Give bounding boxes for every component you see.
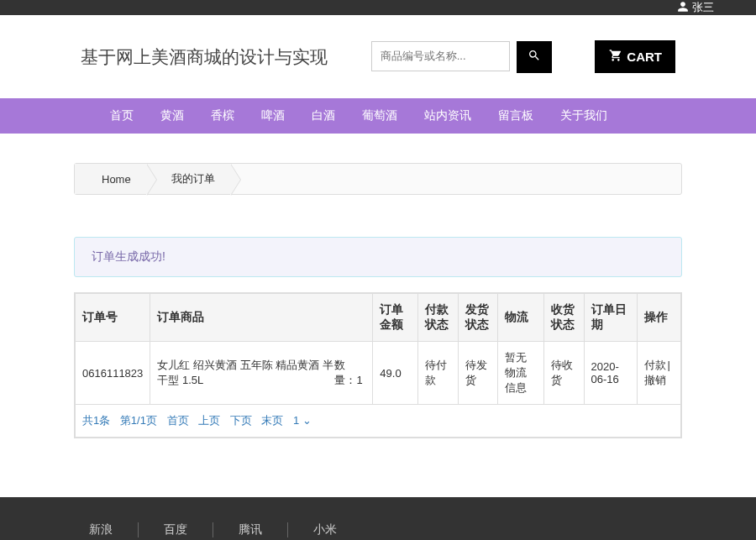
cancel-link[interactable]: 撤销 <box>644 374 666 386</box>
page-next[interactable]: 下页 <box>230 414 252 427</box>
search-wrap <box>371 41 552 73</box>
pagination-row: 共1条 第1/1页 首页 上页 下页 末页 1 ⌄ <box>76 405 681 438</box>
page-first[interactable]: 首页 <box>167 414 189 427</box>
th-receive-status: 收货状态 <box>544 294 584 342</box>
breadcrumb-home[interactable]: Home <box>75 164 146 194</box>
nav-news[interactable]: 站内资讯 <box>411 108 485 123</box>
user-icon <box>677 1 689 15</box>
username[interactable]: 张三 <box>692 0 714 15</box>
nav-xiangbin[interactable]: 香槟 <box>197 108 248 123</box>
cell-order-date: 2020-06-16 <box>584 342 637 405</box>
cart-button[interactable]: CART <box>595 40 675 73</box>
footer-links: 新浪 百度 腾讯 小米 <box>81 522 675 537</box>
cell-ship-status: 待发货 <box>458 342 497 405</box>
th-actions: 操作 <box>637 294 680 342</box>
th-ship-status: 发货状态 <box>458 294 497 342</box>
th-order-no: 订单号 <box>76 294 150 342</box>
top-bar: 张三 <box>0 0 756 15</box>
breadcrumb-current[interactable]: 我的订单 <box>146 164 230 194</box>
search-button[interactable] <box>517 41 552 73</box>
pay-link[interactable]: 付款 <box>644 359 666 371</box>
cell-order-no: 0616111823 <box>76 342 150 405</box>
th-logistics: 物流 <box>497 294 544 342</box>
cart-label: CART <box>627 50 662 64</box>
page-total: 共1条 <box>82 414 110 427</box>
product-name: 女儿红 绍兴黄酒 五年陈 精品黄酒 半干型 1.5L <box>157 358 334 388</box>
footer-link-baidu[interactable]: 百度 <box>139 522 213 537</box>
page-current: 第1/1页 <box>120 414 157 427</box>
nav-about[interactable]: 关于我们 <box>547 108 621 123</box>
th-amount: 订单金额 <box>373 294 418 342</box>
page-select[interactable]: 1 ⌄ <box>293 414 312 427</box>
cell-actions: 付款|撤销 <box>637 342 680 405</box>
product-qty: 数量：1 <box>334 358 365 388</box>
cell-pay-status: 待付款 <box>418 342 458 405</box>
th-pay-status: 付款状态 <box>418 294 458 342</box>
order-table: 订单号 订单商品 订单金额 付款状态 发货状态 物流 收货状态 订单日期 操作 … <box>74 292 682 438</box>
success-alert: 订单生成成功! <box>74 237 682 277</box>
chevron-down-icon: ⌄ <box>299 414 312 427</box>
nav-baijiu[interactable]: 白酒 <box>298 108 349 123</box>
cart-icon <box>608 49 623 65</box>
table-header-row: 订单号 订单商品 订单金额 付款状态 发货状态 物流 收货状态 订单日期 操作 <box>76 294 681 342</box>
breadcrumb: Home 我的订单 <box>74 163 682 195</box>
search-icon <box>528 49 541 65</box>
footer-link-tencent[interactable]: 腾讯 <box>213 522 288 537</box>
nav-guestbook[interactable]: 留言板 <box>485 108 547 123</box>
header: 基于网上美酒商城的设计与实现 CART <box>0 15 756 98</box>
nav-huangjiu[interactable]: 黄酒 <box>147 108 197 123</box>
cell-receive-status: 待收货 <box>544 342 584 405</box>
cell-amount: 49.0 <box>373 342 418 405</box>
navbar: 首页 黄酒 香槟 啤酒 白酒 葡萄酒 站内资讯 留言板 关于我们 <box>0 98 756 134</box>
footer-link-xiaomi[interactable]: 小米 <box>288 522 362 537</box>
footer: 新浪 百度 腾讯 小米 Copyright © Company name All… <box>0 497 756 540</box>
table-row: 0616111823 女儿红 绍兴黄酒 五年陈 精品黄酒 半干型 1.5L 数量… <box>76 342 681 405</box>
nav-home[interactable]: 首页 <box>97 108 147 123</box>
th-order-date: 订单日期 <box>584 294 637 342</box>
page-last[interactable]: 末页 <box>261 414 283 427</box>
content: Home 我的订单 订单生成成功! 订单号 订单商品 订单金额 付款状态 发货状… <box>0 134 756 472</box>
cell-product: 女儿红 绍兴黄酒 五年陈 精品黄酒 半干型 1.5L 数量：1 <box>150 342 373 405</box>
search-input[interactable] <box>371 41 510 71</box>
nav-putaojiu[interactable]: 葡萄酒 <box>349 108 411 123</box>
nav-pijiu[interactable]: 啤酒 <box>248 108 298 123</box>
footer-link-sina[interactable]: 新浪 <box>81 522 139 537</box>
page-prev[interactable]: 上页 <box>198 414 220 427</box>
cell-logistics: 暂无物流信息 <box>497 342 544 405</box>
brand-title: 基于网上美酒商城的设计与实现 <box>81 45 328 69</box>
th-product: 订单商品 <box>150 294 373 342</box>
